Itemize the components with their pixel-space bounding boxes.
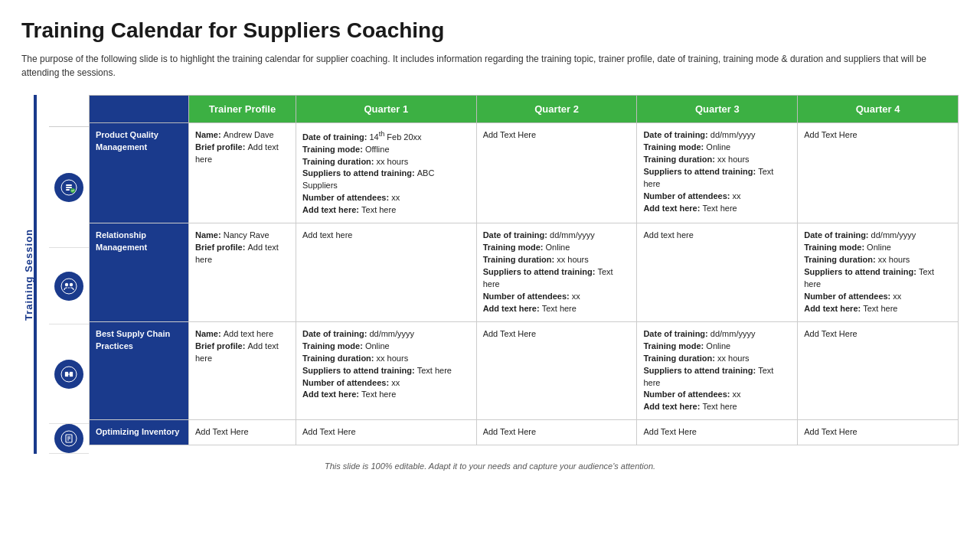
svg-rect-9 [65,372,68,377]
trainer-brief-label-2: Brief profile: [195,243,247,252]
col-topic [90,96,189,123]
icon-cell-product-quality [49,127,89,248]
vertical-label-col: Training Session [21,95,49,454]
table-row: Relationship Management Name: Nancy Rave… [90,223,959,322]
icon-cell-supply-chain [49,324,89,424]
supply-chain-icon [54,360,83,389]
training-table: Trainer Profile Quarter 1 Quarter 2 Quar… [89,95,959,445]
q4-supply-chain: Add Text Here [798,321,959,420]
q2-supply-chain: Add Text Here [476,321,637,420]
trainer-product-quality: Name: Andrew Dave Brief profile: Add tex… [189,123,296,223]
q2-product-quality: Add Text Here [476,123,637,223]
footer-note: This slide is 100% editable. Adapt it to… [21,461,959,471]
col-q3: Quarter 3 [637,96,798,123]
q1-relationship: Add text here [296,223,477,322]
topic-relationship: Relationship Management [90,223,189,322]
table-wrapper: Trainer Profile Quarter 1 Quarter 2 Quar… [89,95,959,454]
trainer-name-label: Name: [195,130,224,139]
training-session-label: Training Session [23,228,34,320]
icon-cell-inventory [49,424,89,454]
col-q2: Quarter 2 [476,96,637,123]
q3-relationship: Add text here [637,223,798,322]
icon-column [49,95,89,454]
q4-product-quality: Add Text Here [798,123,959,223]
svg-point-5 [61,279,77,294]
q1-inventory: Add Text Here [296,420,477,445]
trainer-name-value-3: Add text here [224,329,273,338]
topic-supply-chain: Best Supply Chain Practices [90,321,189,420]
trainer-supply-chain: Name: Add text here Brief profile: Add t… [189,321,296,420]
product-quality-icon [54,173,83,202]
q3-product-quality: Date of training: dd/mm/yyyy Training mo… [637,123,798,223]
q3-supply-chain: Date of training: dd/mm/yyyy Training mo… [637,321,798,420]
col-q1: Quarter 1 [296,96,477,123]
table-row: Product Quality Management Name: Andrew … [90,123,959,223]
trainer-name-label-3: Name: [195,329,224,338]
calendar-wrapper: Training Session [21,95,959,454]
table-row: Best Supply Chain Practices Name: Add te… [90,321,959,420]
table-row: Optimizing Inventory Add Text Here Add T… [90,420,959,445]
q4-inventory: Add Text Here [798,420,959,445]
trainer-name-value: Andrew Dave [224,130,274,139]
page-subtitle: The purpose of the following slide is to… [21,52,959,80]
q2-inventory: Add Text Here [476,420,637,445]
svg-point-7 [70,282,73,285]
page-title: Training Calendar for Suppliers Coaching [21,18,959,43]
trainer-name-label-2: Name: [195,230,224,240]
svg-point-6 [65,282,68,285]
col-q4: Quarter 4 [798,96,959,123]
col-trainer: Trainer Profile [189,96,296,123]
relationship-icon [54,272,83,301]
topic-inventory: Optimizing Inventory [90,420,189,445]
q1-product-quality: Date of training: 14th Feb 20xx Training… [296,123,477,223]
trainer-brief-label-3: Brief profile: [195,341,247,350]
trainer-relationship: Name: Nancy Rave Brief profile: Add text… [189,223,296,322]
q2-relationship: Date of training: dd/mm/yyyy Training mo… [476,223,637,322]
svg-rect-2 [66,187,72,188]
trainer-inventory: Add Text Here [189,420,296,445]
q3-inventory: Add Text Here [637,420,798,445]
svg-rect-3 [66,189,70,191]
svg-rect-1 [66,184,72,186]
trainer-name-value-2: Nancy Rave [224,230,270,240]
topic-product-quality: Product Quality Management [90,123,189,223]
inventory-icon [54,424,83,453]
icon-cell-relationship [49,248,89,324]
q1-supply-chain: Date of training: dd/mm/yyyy Training mo… [296,321,477,420]
trainer-brief-label: Brief profile: [195,142,247,152]
q4-relationship: Date of training: dd/mm/yyyy Training mo… [798,223,959,322]
content-area: Trainer Profile Quarter 1 Quarter 2 Quar… [49,95,959,454]
